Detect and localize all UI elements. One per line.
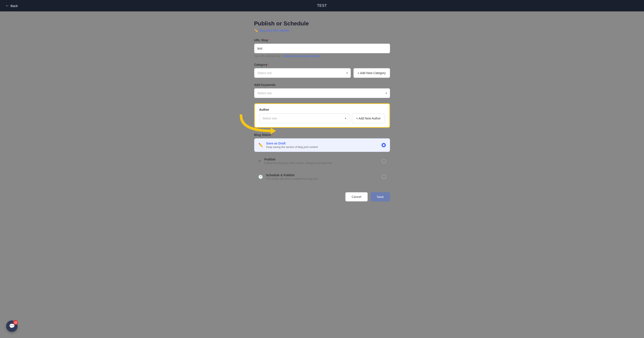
status-publish-desc: Publish the blog post with content, cate…	[264, 162, 379, 164]
add-author-button[interactable]: + Add New Author	[352, 114, 385, 123]
save-button[interactable]: Save	[371, 192, 390, 202]
category-row: Select one ▾ + Add New Category	[254, 68, 390, 78]
required-indicator: *	[268, 38, 270, 42]
status-draft-text: Save as Draft Keep saving the version of…	[266, 142, 378, 148]
back-arrow-icon: ←	[5, 4, 9, 8]
edit-icon: ✏️	[254, 29, 258, 32]
author-select[interactable]: Select one	[259, 114, 350, 123]
author-row: Select one ▾ + Add New Author	[259, 114, 385, 123]
required-indicator: *	[268, 63, 269, 66]
url-slug-field: URL Slug * Your URL will look like: ~ ht…	[254, 38, 390, 58]
main-content: Publish or Schedule ✏️ Blog post SEO det…	[0, 12, 644, 338]
status-schedule-desc: Pick a date and time to publish this blo…	[266, 177, 379, 180]
radio-publish[interactable]	[382, 159, 386, 163]
category-field: Category * Select one ▾ + Add New Catego…	[254, 63, 390, 78]
category-label: Category *	[254, 63, 390, 66]
url-slug-input[interactable]	[254, 44, 390, 53]
category-select-wrapper: Select one ▾	[254, 68, 351, 78]
author-select-wrapper: Select one ▾	[259, 114, 350, 123]
clock-icon: 🕐	[258, 174, 263, 179]
keywords-select-wrapper: Select one ▾	[254, 88, 390, 98]
publish-heading: Publish or Schedule	[254, 20, 390, 27]
cancel-button[interactable]: Cancel	[345, 192, 368, 202]
back-button[interactable]: ← Back	[5, 4, 18, 8]
status-publish-title: Publish	[264, 158, 379, 161]
seo-link[interactable]: ✏️ Blog post SEO details	[254, 29, 390, 32]
form-container: Publish or Schedule ✏️ Blog post SEO det…	[254, 20, 390, 320]
radio-draft[interactable]	[382, 143, 386, 147]
page-title: TEST	[317, 4, 327, 8]
status-draft-title: Save as Draft	[266, 142, 378, 145]
url-hint-link[interactable]: https://www.example.com/b/test	[284, 54, 320, 58]
url-hint: Your URL will look like: ~ https://www.e…	[254, 54, 390, 58]
status-schedule-text: Schedule & Publish Pick a date and time …	[266, 174, 379, 180]
add-category-button[interactable]: + Add New Category	[354, 68, 390, 78]
status-option-draft[interactable]: ✏️ Save as Draft Keep saving the version…	[254, 138, 390, 152]
footer-actions: Cancel Save	[254, 189, 390, 205]
required-indicator: *	[272, 133, 273, 136]
back-label: Back	[10, 4, 18, 8]
status-options: ✏️ Save as Draft Keep saving the version…	[254, 138, 390, 184]
send-icon: ✈	[258, 159, 262, 164]
keywords-label: Add Keywords	[254, 83, 390, 86]
author-label: Author	[259, 108, 385, 111]
keywords-select[interactable]: Select one	[254, 88, 390, 98]
blog-status-field: Blog Status * ✏️ Save as Draft Keep savi…	[254, 133, 390, 184]
radio-schedule[interactable]	[382, 175, 386, 179]
status-option-publish[interactable]: ✈ Publish Publish the blog post with con…	[254, 154, 390, 168]
status-publish-text: Publish Publish the blog post with conte…	[264, 158, 379, 164]
status-option-schedule[interactable]: 🕐 Schedule & Publish Pick a date and tim…	[254, 170, 390, 184]
blog-status-label: Blog Status *	[254, 133, 390, 136]
chat-widget[interactable]: 💬 12	[6, 320, 18, 332]
top-navigation: ← Back TEST	[0, 0, 644, 12]
author-section: Author Select one ▾ + Add New Author	[254, 103, 390, 128]
keywords-field: Add Keywords Select one ▾	[254, 83, 390, 98]
url-slug-label: URL Slug *	[254, 38, 390, 42]
category-select[interactable]: Select one	[254, 68, 351, 78]
pencil-icon: ✏️	[258, 143, 263, 148]
chat-badge: 12	[13, 320, 18, 325]
status-schedule-title: Schedule & Publish	[266, 174, 379, 177]
status-draft-desc: Keep saving the version of blog post con…	[266, 146, 378, 148]
